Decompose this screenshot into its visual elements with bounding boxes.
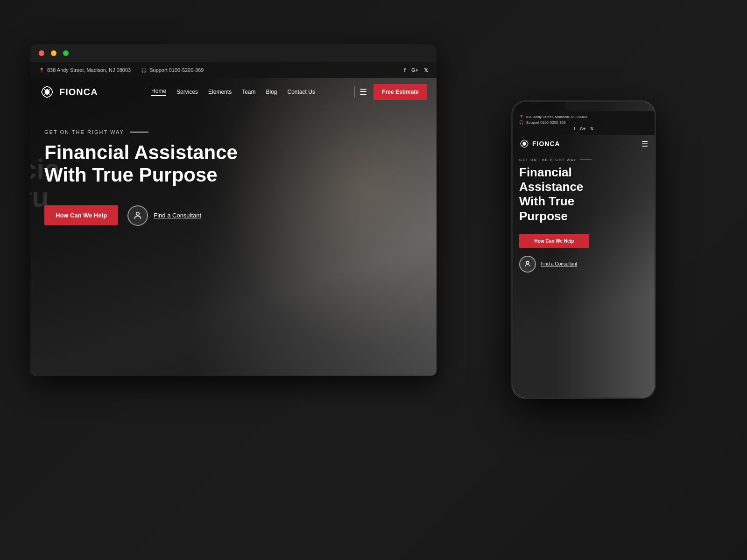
address-text: 838 Andy Street, Madison, NJ 08003 bbox=[47, 67, 131, 73]
mobile-find-consultant-group[interactable]: Find a Consultant bbox=[519, 256, 648, 273]
find-consultant-text[interactable]: Find a Consultant bbox=[154, 212, 201, 219]
desktop-mockup: cia ru 📍 838 Andy Street, Madison, NJ 08… bbox=[30, 44, 437, 376]
nav-divider bbox=[354, 86, 355, 98]
mobile-navbar: FIONCA ☰ bbox=[513, 135, 655, 153]
address-item: 📍 838 Andy Street, Madison, NJ 08003 bbox=[39, 67, 131, 73]
mobile-logo-text: FIONCA bbox=[532, 140, 560, 147]
desktop-info-bar: 📍 838 Andy Street, Madison, NJ 08003 🎧 S… bbox=[30, 62, 437, 78]
mobile-phone-icon: 🎧 bbox=[519, 120, 524, 125]
hero-title-line1: Financial Assistance bbox=[44, 141, 238, 163]
mobile-info-bar: 📍 838 Andy Street, Madison, NJ 08003 🎧 S… bbox=[513, 111, 655, 135]
mobile-logo[interactable]: FIONCA bbox=[519, 139, 560, 149]
logo-icon bbox=[40, 84, 55, 99]
mobile-title-line4: Purpose bbox=[519, 209, 568, 223]
mobile-person-icon bbox=[524, 260, 531, 268]
logo[interactable]: FIONCA bbox=[40, 84, 98, 99]
mobile-address-item: 📍 838 Andy Street, Madison, NJ 08003 bbox=[519, 115, 648, 119]
twitter-icon[interactable]: 𝕏 bbox=[424, 67, 428, 73]
hero-subtitle: GET ON THE RIGHT WAY bbox=[44, 129, 423, 135]
nav-services[interactable]: Services bbox=[176, 89, 198, 95]
social-icons-group: f G+ 𝕏 bbox=[404, 67, 428, 73]
nav-contact[interactable]: Contact Us bbox=[288, 89, 315, 95]
hero-buttons: How Can We Help Find a Consultant bbox=[44, 205, 423, 226]
facebook-icon[interactable]: f bbox=[404, 67, 406, 73]
consultant-circle-icon bbox=[127, 205, 148, 226]
mobile-logo-icon bbox=[519, 139, 529, 149]
person-icon bbox=[133, 211, 142, 220]
mobile-social-group: f G+ 𝕏 bbox=[519, 126, 648, 131]
mobile-address-text: 838 Andy Street, Madison, NJ 08003 bbox=[526, 115, 587, 119]
mobile-googleplus-icon[interactable]: G+ bbox=[580, 126, 585, 131]
desktop-hero-content: GET ON THE RIGHT WAY Financial Assistanc… bbox=[30, 106, 437, 226]
nav-home[interactable]: Home bbox=[151, 88, 166, 96]
hamburger-icon[interactable]: ☰ bbox=[359, 87, 367, 97]
mobile-support-item: 🎧 Support 0100-5200-369 bbox=[519, 120, 648, 125]
mobile-support-text: Support 0100-5200-369 bbox=[526, 120, 566, 125]
mobile-hero-content: GET ON THE RIGHT WAY Financial Assistanc… bbox=[513, 153, 655, 273]
mobile-toolbar: 🎨 RTL bbox=[511, 214, 513, 227]
find-consultant-group[interactable]: Find a Consultant bbox=[127, 205, 201, 226]
mobile-find-consultant-text[interactable]: Find a Consultant bbox=[541, 261, 577, 266]
desktop-navbar: FIONCA Home Services Elements Team Blog … bbox=[30, 78, 437, 106]
mobile-hamburger-icon[interactable]: ☰ bbox=[641, 140, 648, 148]
svg-point-0 bbox=[136, 212, 140, 215]
nav-team[interactable]: Team bbox=[242, 89, 255, 95]
mobile-title-line1: Financial bbox=[519, 165, 572, 179]
support-text: Support 0100-5200-369 bbox=[149, 67, 204, 73]
googleplus-icon[interactable]: G+ bbox=[411, 67, 418, 73]
dot-red bbox=[39, 50, 44, 56]
nav-links: Home Services Elements Team Blog Contact… bbox=[117, 88, 350, 96]
mobile-how-can-we-help-button[interactable]: How Can We Help bbox=[519, 234, 589, 248]
browser-topbar bbox=[30, 44, 437, 62]
mobile-title-line2: Assistance bbox=[519, 180, 583, 194]
location-icon: 📍 bbox=[39, 68, 44, 73]
desktop-content: cia ru 📍 838 Andy Street, Madison, NJ 08… bbox=[30, 62, 437, 376]
dot-yellow bbox=[51, 50, 56, 56]
mobile-notch bbox=[565, 102, 602, 111]
mobile-facebook-icon[interactable]: f bbox=[574, 126, 575, 131]
nav-blog[interactable]: Blog bbox=[266, 89, 277, 95]
how-can-we-help-button[interactable]: How Can We Help bbox=[44, 205, 118, 225]
mobile-title-line3: With True bbox=[519, 194, 574, 208]
svg-point-1 bbox=[526, 261, 529, 264]
nav-elements[interactable]: Elements bbox=[208, 89, 232, 95]
mobile-hero-subtitle: GET ON THE RIGHT WAY bbox=[519, 158, 648, 161]
free-estimate-button[interactable]: Free Estimate bbox=[374, 84, 427, 100]
info-bar-left: 📍 838 Andy Street, Madison, NJ 08003 🎧 S… bbox=[39, 67, 204, 73]
mobile-content: 📍 838 Andy Street, Madison, NJ 08003 🎧 S… bbox=[513, 102, 655, 398]
palette-button[interactable]: 🎨 bbox=[511, 214, 513, 227]
mobile-consultant-circle bbox=[519, 256, 536, 273]
mobile-mockup: 🎨 RTL 📍 838 Andy Street, Madison, NJ 080… bbox=[511, 100, 656, 399]
phone-icon: 🎧 bbox=[141, 68, 147, 73]
mobile-location-icon: 📍 bbox=[519, 115, 524, 119]
hero-title: Financial Assistance With True Purpose bbox=[44, 141, 278, 187]
logo-text: FIONCA bbox=[59, 87, 98, 98]
hero-title-line2: With True Purpose bbox=[44, 164, 218, 186]
support-item: 🎧 Support 0100-5200-369 bbox=[141, 67, 204, 73]
mobile-hero-title: Financial Assistance With True Purpose bbox=[519, 165, 648, 224]
dot-green bbox=[63, 50, 69, 56]
mobile-twitter-icon[interactable]: 𝕏 bbox=[590, 126, 593, 131]
